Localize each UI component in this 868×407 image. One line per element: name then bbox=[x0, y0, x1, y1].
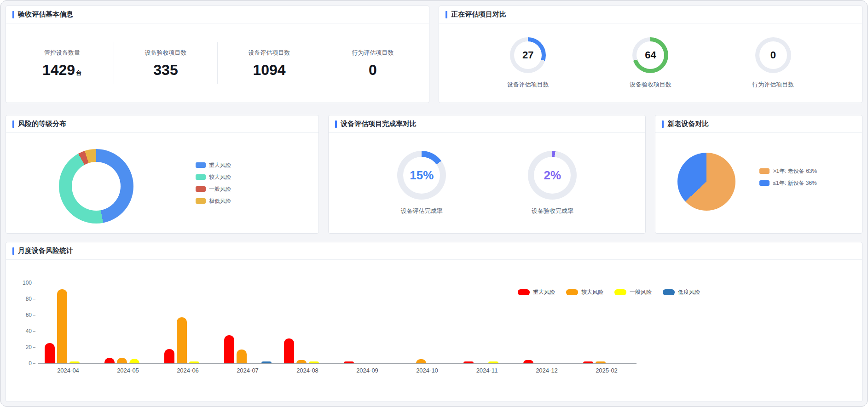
monthly-risk-bar-chart: 0204060801002024-042024-052024-062024-07… bbox=[38, 284, 637, 364]
legend-item[interactable]: >1年: 老设备 63% bbox=[759, 167, 817, 175]
legend-swatch bbox=[663, 289, 675, 295]
x-axis-label: 2024-12 bbox=[517, 367, 577, 374]
gauge-evaluation-rate: 15% 设备评估完成率 bbox=[397, 151, 446, 215]
legend-label: 一般风险 bbox=[209, 185, 231, 193]
bar bbox=[309, 361, 319, 363]
stat-label: 设备验收项目数 bbox=[114, 49, 217, 57]
bar bbox=[164, 349, 174, 364]
x-axis-label: 2024-09 bbox=[337, 367, 397, 374]
stat-behavior-projects: 行为评估项目数 0 bbox=[321, 42, 424, 84]
stat-value: 1094 bbox=[218, 63, 321, 77]
title-accent-bar bbox=[12, 11, 14, 18]
bar bbox=[583, 361, 593, 363]
ring-gauge: 64 bbox=[632, 37, 668, 73]
donut bbox=[59, 149, 133, 224]
legend-swatch bbox=[759, 168, 770, 174]
legend-label: 较大风险 bbox=[209, 173, 231, 181]
gauge-value: 0 bbox=[770, 49, 776, 61]
gauge-label: 行为评估项目数 bbox=[752, 80, 794, 89]
gauge-acceptance-count: 64 设备验收项目数 bbox=[630, 37, 671, 89]
bar bbox=[284, 338, 294, 363]
bar bbox=[296, 360, 307, 363]
y-axis-tick: 40 bbox=[12, 328, 35, 334]
bar bbox=[104, 358, 115, 363]
panel-title: 设备评估项目完成率对比 bbox=[341, 120, 417, 128]
panel-risk-distribution: 风险的等级分布 重大风险较大风险一般风险极低风险 bbox=[6, 115, 319, 234]
bar-group: 2024-08 bbox=[278, 284, 337, 363]
panel-header: 验收评估基本信息 bbox=[6, 6, 429, 23]
stat-controlled-devices: 管控设备数量 1429台 bbox=[11, 42, 114, 84]
y-axis-tick: 100 bbox=[12, 280, 35, 286]
risk-legend: 重大风险较大风险一般风险极低风险 bbox=[196, 161, 231, 205]
bar bbox=[261, 361, 272, 363]
bar-group: 2024-12 bbox=[517, 284, 577, 363]
x-axis-label: 2024-04 bbox=[38, 367, 98, 374]
y-axis-tick: 80 bbox=[12, 296, 35, 302]
stat-label: 管控设备数量 bbox=[11, 49, 114, 57]
ring-gauge: 0 bbox=[755, 37, 791, 73]
panel-title: 月度设备风险统计 bbox=[18, 246, 73, 255]
legend-swatch bbox=[196, 186, 206, 192]
gauge-label: 设备评估项目数 bbox=[507, 80, 549, 89]
stat-value: 335 bbox=[114, 63, 217, 77]
bar bbox=[523, 360, 533, 363]
title-accent-bar bbox=[335, 120, 337, 128]
bar bbox=[177, 317, 187, 363]
legend-item[interactable]: 较大风险 bbox=[196, 173, 231, 181]
bar-group: 2025-02 bbox=[577, 284, 637, 363]
bar-group: 2024-07 bbox=[218, 284, 278, 363]
legend-item[interactable]: 重大风险 bbox=[196, 161, 231, 169]
title-accent-bar bbox=[12, 247, 14, 255]
bar bbox=[237, 350, 247, 363]
gauge-value: 64 bbox=[645, 49, 656, 61]
bar bbox=[596, 361, 606, 363]
ring-gauge: 2% bbox=[528, 151, 577, 200]
stat-acceptance-projects: 设备验收项目数 335 bbox=[114, 42, 217, 84]
panel-header: 设备评估项目完成率对比 bbox=[329, 115, 645, 133]
ring-gauge: 15% bbox=[397, 151, 446, 200]
panel-header: 风险的等级分布 bbox=[6, 115, 318, 133]
y-axis-tick: 60 bbox=[12, 312, 35, 318]
x-axis-label: 2024-07 bbox=[218, 367, 278, 374]
x-axis-label: 2024-06 bbox=[158, 367, 218, 374]
x-axis-label: 2024-05 bbox=[98, 367, 158, 374]
bar bbox=[224, 335, 234, 363]
bar-group: 2024-06 bbox=[158, 284, 218, 363]
legend-item[interactable]: 极低风险 bbox=[196, 197, 231, 205]
gauge-behavior-count: 0 行为评估项目数 bbox=[752, 37, 794, 89]
risk-donut-chart bbox=[59, 149, 133, 224]
panel-title: 新老设备对比 bbox=[667, 120, 709, 128]
legend-item[interactable]: 低度风险 bbox=[663, 288, 700, 296]
gauge-row: 15% 设备评估完成率 2% 设备验收完成率 bbox=[329, 133, 645, 233]
bar bbox=[69, 361, 80, 363]
dashboard-window: 验收评估基本信息 管控设备数量 1429台 设备验收项目数 335 设备评估项目… bbox=[0, 0, 868, 407]
ring-gauge: 27 bbox=[510, 37, 546, 73]
stat-value: 1429台 bbox=[11, 63, 114, 77]
legend-swatch bbox=[196, 174, 206, 180]
panel-title: 正在评估项目对比 bbox=[451, 10, 506, 19]
gauge-label: 设备验收完成率 bbox=[528, 207, 577, 215]
stat-evaluation-projects: 设备评估项目数 1094 bbox=[217, 42, 321, 84]
legend-swatch bbox=[759, 180, 770, 186]
legend-item[interactable]: 一般风险 bbox=[196, 185, 231, 193]
panel-monthly-risk: 月度设备风险统计 重大风险较大风险一般风险低度风险 02040608010020… bbox=[6, 242, 862, 402]
gauge-acceptance-rate: 2% 设备验收完成率 bbox=[528, 151, 577, 215]
x-axis-label: 2024-10 bbox=[397, 367, 457, 374]
bar bbox=[344, 361, 354, 363]
bar bbox=[45, 343, 55, 363]
panel-header: 月度设备风险统计 bbox=[6, 242, 862, 260]
gauge-value: 2% bbox=[544, 168, 561, 183]
bar bbox=[463, 361, 474, 363]
panel-device-age: 新老设备对比 >1年: 老设备 63%≤1年: 新设备 36% bbox=[655, 115, 862, 234]
title-accent-bar bbox=[12, 120, 14, 128]
legend-item[interactable]: ≤1年: 新设备 36% bbox=[759, 179, 817, 187]
device-age-pie-chart bbox=[677, 153, 735, 211]
bar-group: 2024-10 bbox=[397, 284, 457, 363]
legend-swatch bbox=[196, 162, 206, 168]
x-axis-label: 2024-08 bbox=[278, 367, 337, 374]
panel-header: 新老设备对比 bbox=[655, 115, 862, 133]
gauge-label: 设备评估完成率 bbox=[397, 207, 446, 215]
bar-group: 2024-09 bbox=[337, 284, 397, 363]
y-axis-tick: 0 bbox=[12, 360, 35, 367]
legend-label: >1年: 老设备 63% bbox=[773, 167, 817, 175]
